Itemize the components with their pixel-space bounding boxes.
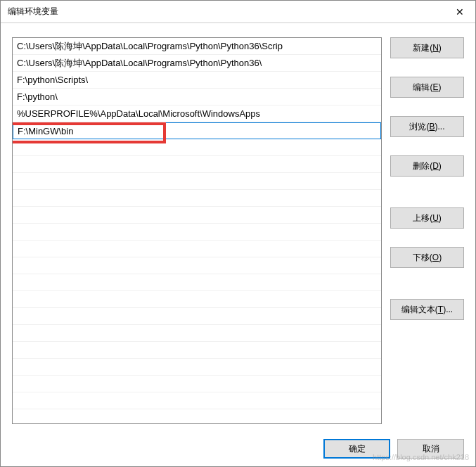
list-item[interactable]: F:\python\Scripts\ xyxy=(13,72,381,89)
empty-row xyxy=(13,291,381,308)
movedown-button[interactable]: 下移(O) xyxy=(390,247,464,268)
browse-button[interactable]: 浏览(B)... xyxy=(390,116,464,137)
empty-row xyxy=(13,325,381,342)
cancel-button[interactable]: 取消 xyxy=(397,439,464,459)
side-button-panel: 新建(N) 编辑(E) 浏览(B)... 删除(D) 上移(U) 下移(O) 编… xyxy=(390,37,464,424)
titlebar: 编辑环境变量 ✕ xyxy=(1,1,475,23)
gap xyxy=(390,234,464,241)
edittext-button[interactable]: 编辑文本(T)... xyxy=(390,299,464,320)
empty-row xyxy=(13,376,381,392)
empty-row xyxy=(13,173,381,190)
new-button-label: 新建(N) xyxy=(413,42,442,54)
empty-row xyxy=(13,392,381,409)
empty-row xyxy=(13,359,381,376)
ok-button[interactable]: 确定 xyxy=(323,439,390,459)
delete-button-label: 删除(D) xyxy=(413,160,442,172)
close-button[interactable]: ✕ xyxy=(444,1,475,23)
edit-button[interactable]: 编辑(E) xyxy=(390,77,464,98)
empty-row xyxy=(13,274,381,291)
empty-row xyxy=(13,139,381,156)
gap xyxy=(390,274,464,293)
empty-row xyxy=(13,308,381,325)
window-title: 编辑环境变量 xyxy=(8,6,58,18)
empty-row xyxy=(13,156,381,173)
gap xyxy=(390,182,464,202)
moveup-button[interactable]: 上移(U) xyxy=(390,207,464,229)
edit-button-label: 编辑(E) xyxy=(413,82,441,94)
content-area: C:\Users\陈海坤\AppData\Local\Programs\Pyth… xyxy=(1,23,475,431)
movedown-button-label: 下移(O) xyxy=(413,252,442,264)
gap xyxy=(390,64,464,71)
list-item[interactable]: C:\Users\陈海坤\AppData\Local\Programs\Pyth… xyxy=(13,55,381,72)
empty-row xyxy=(13,190,381,207)
gap xyxy=(390,103,464,110)
delete-button[interactable]: 删除(D) xyxy=(390,155,464,177)
new-button[interactable]: 新建(N) xyxy=(390,37,464,58)
empty-row xyxy=(13,207,381,224)
empty-row xyxy=(13,257,381,274)
list-item[interactable]: %USERPROFILE%\AppData\Local\Microsoft\Wi… xyxy=(13,105,381,122)
empty-row xyxy=(13,224,381,241)
path-list[interactable]: C:\Users\陈海坤\AppData\Local\Programs\Pyth… xyxy=(12,37,382,424)
moveup-button-label: 上移(U) xyxy=(413,212,442,224)
gap xyxy=(390,143,464,150)
list-item-editing[interactable]: F:\MinGW\bin xyxy=(13,122,381,139)
close-icon: ✕ xyxy=(456,6,464,18)
dialog-window: 编辑环境变量 ✕ C:\Users\陈海坤\AppData\Local\Prog… xyxy=(0,0,476,467)
list-item[interactable]: F:\python\ xyxy=(13,89,381,105)
browse-button-label: 浏览(B)... xyxy=(409,121,444,133)
dialog-footer: 确定 取消 xyxy=(1,431,475,466)
edittext-button-label: 编辑文本(T)... xyxy=(401,304,453,316)
empty-row xyxy=(13,241,381,257)
list-item[interactable]: C:\Users\陈海坤\AppData\Local\Programs\Pyth… xyxy=(13,38,381,55)
empty-row xyxy=(13,342,381,359)
